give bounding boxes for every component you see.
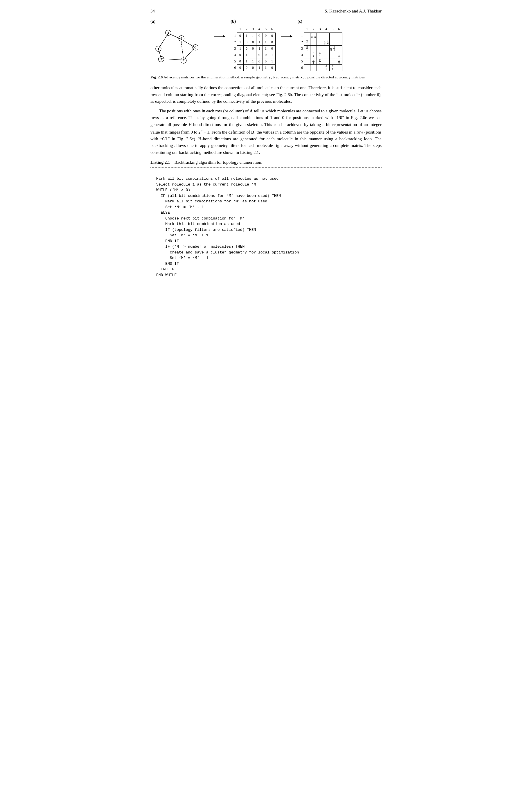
arrow-icon [214,33,225,39]
frac-3-1: 01 [306,46,308,51]
frac-1-2: 10 10 [310,33,317,39]
figure-part-c: (c) 1 2 3 4 5 6 1 10 10 [298,19,343,71]
page-header: 34 S. Kazachenko and A.J. Thakkar [150,9,382,14]
frac-4-3: 01 [319,52,321,58]
paragraph-1: other molecules automatically defines th… [150,84,382,105]
figure-caption: Fig. 2.6 Adjacency matrices for the enum… [150,75,382,80]
frac-5-2: 01 [312,59,315,64]
svg-text:2: 2 [167,31,169,35]
svg-text:3: 3 [160,58,162,61]
bold-D: D [251,130,254,134]
frac-2-1: 01 [306,39,308,45]
header-right: S. Kazachenko and A.J. Thakkar [325,9,382,14]
figure: (a) 1 2 3 4 [150,19,382,71]
bold-A: A [250,109,253,113]
svg-text:6: 6 [194,46,196,49]
matrix-b: 1 2 3 4 5 6 1 011000 2 100110 3 100110 4 [231,26,276,71]
svg-line-3 [161,59,184,60]
arrow-a-to-b [214,19,225,39]
code-block: Mark all bit combinations of all molecul… [150,167,382,281]
frac-5-6: 10 [338,59,340,64]
frac-4-2: 01 [312,52,315,58]
svg-marker-22 [290,35,292,37]
figure-label: Fig. 2.6 [150,75,163,79]
listing-description: Backtracking algorithm for topology enum… [174,160,263,165]
arrow-icon-2 [281,33,292,39]
main-text: other molecules automatically defines th… [150,84,382,156]
frac-6-4: 01 [325,65,327,71]
figure-part-b: (b) 1 2 3 4 5 6 1 011000 2 100110 3 1001… [231,19,276,71]
svg-line-2 [168,33,180,39]
svg-marker-20 [223,35,225,37]
figure-caption-text: Adjacency matrices for the enumeration m… [164,75,365,79]
figure-part-a: (a) 1 2 3 4 [150,19,209,67]
listing-label: Listing 2.1 [150,160,170,165]
frac-4-6: 10 [338,52,340,58]
code-text: Mark all bit combinations of all molecul… [156,176,299,277]
fig-part-c-label: (c) [298,19,343,24]
svg-line-6 [181,39,184,60]
paragraph-2: The positions with ones in each row (or … [150,108,382,156]
frac-2-4: 10 10 [323,39,329,45]
svg-text:4: 4 [183,59,184,62]
listing-header: Listing 2.1 Backtracking algorithm for t… [150,160,382,165]
arrow-b-to-c [281,19,292,39]
matrix-c: 1 2 3 4 5 6 1 10 10 [298,26,343,71]
molecule-sketch: 1 2 3 4 5 6 [150,25,206,65]
fig-part-a-label: (a) [150,19,209,24]
frac-6-5: 01 [331,65,334,71]
svg-text:1: 1 [158,47,159,51]
frac-3-5: 10 10 [329,46,336,51]
svg-text:5: 5 [180,37,182,40]
fig-part-b-label: (b) [231,19,276,24]
superscript-n: n [201,129,203,133]
frac-5-3: 01 [319,59,321,64]
page-number: 34 [150,9,155,14]
